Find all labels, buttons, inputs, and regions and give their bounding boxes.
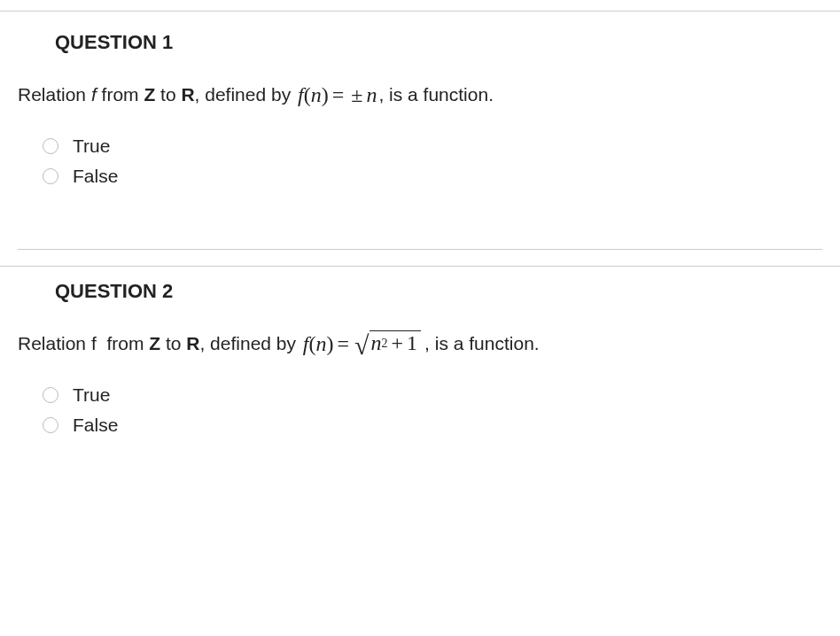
- options-group: True False: [43, 384, 822, 436]
- sqrt-sign-icon: √: [354, 336, 369, 354]
- radio-icon[interactable]: [43, 138, 58, 154]
- prompt-set-z: Z: [144, 81, 155, 109]
- math-rparen: ): [327, 328, 334, 360]
- prompt-set-r: R: [181, 81, 194, 109]
- option-false[interactable]: False: [43, 166, 822, 187]
- math-f: f: [303, 328, 309, 360]
- question-prompt: Relation f from Z to R , defined by f ( …: [18, 79, 822, 111]
- math-eq: =: [329, 79, 348, 111]
- radio-icon[interactable]: [43, 387, 58, 403]
- option-label: True: [73, 384, 110, 406]
- prompt-set-r: R: [186, 330, 199, 358]
- prompt-set-z: Z: [149, 330, 160, 358]
- question-2: QUESTION 2 Relation f from Z to R , defi…: [0, 267, 840, 476]
- prompt-text: , defined by: [195, 81, 296, 109]
- question-title: QUESTION 2: [55, 280, 822, 303]
- prompt-text: , is a function.: [378, 81, 494, 109]
- math-n: n: [311, 79, 322, 111]
- option-true[interactable]: True: [43, 384, 822, 406]
- prompt-text: , is a function.: [424, 330, 540, 358]
- sqrt-content: n 2 + 1: [369, 330, 422, 354]
- option-label: False: [73, 166, 118, 187]
- math-sqrt: √ n 2 + 1: [354, 331, 421, 355]
- math-n: n: [371, 331, 382, 354]
- math-f: f: [298, 79, 304, 111]
- radio-icon[interactable]: [43, 417, 58, 433]
- option-false[interactable]: False: [43, 415, 822, 436]
- math-expression: f ( n ) = √ n 2 + 1: [301, 328, 424, 360]
- question-prompt: Relation f from Z to R , defined by f ( …: [18, 328, 822, 360]
- prompt-text: to: [155, 81, 181, 109]
- math-n: n: [316, 328, 327, 360]
- options-group: True False: [43, 136, 822, 187]
- prompt-var: f: [91, 81, 102, 109]
- prompt-text: from: [102, 81, 144, 109]
- math-eq: =: [334, 328, 354, 360]
- prompt-text: , defined by: [199, 330, 300, 358]
- option-label: True: [73, 136, 110, 157]
- prompt-text: Relation f from: [18, 330, 149, 358]
- question-title: QUESTION 1: [55, 31, 822, 54]
- math-expression: f ( n ) = ± n: [296, 79, 378, 111]
- divider: [18, 249, 822, 250]
- math-rparen: ): [322, 79, 329, 111]
- question-1: QUESTION 1 Relation f from Z to R , defi…: [0, 12, 840, 227]
- radio-icon[interactable]: [43, 168, 58, 184]
- math-lparen: (: [304, 79, 311, 111]
- math-n: n: [366, 79, 377, 111]
- option-true[interactable]: True: [43, 136, 822, 157]
- option-label: False: [73, 415, 118, 436]
- prompt-text: Relation: [18, 81, 91, 109]
- math-plus: +: [388, 331, 408, 354]
- math-lparen: (: [309, 328, 316, 360]
- prompt-text: to: [160, 330, 186, 358]
- math-one: 1: [407, 331, 417, 354]
- math-pm: ±: [347, 79, 366, 111]
- math-exp: 2: [382, 337, 388, 350]
